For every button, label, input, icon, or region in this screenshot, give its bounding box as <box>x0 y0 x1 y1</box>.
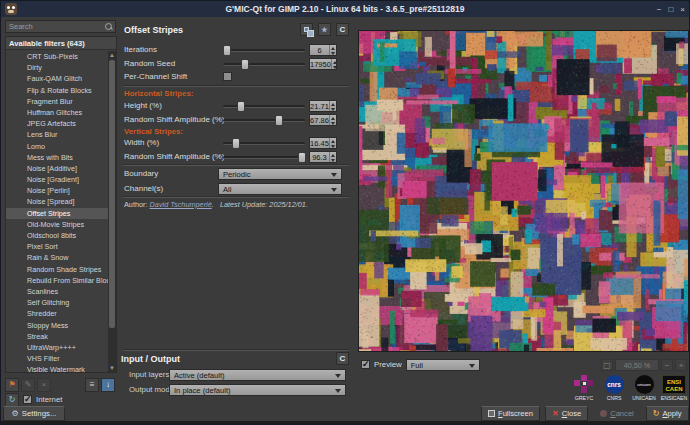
add-fave-button[interactable]: ⚑ <box>5 378 19 392</box>
h-random-shift-slider[interactable] <box>223 119 305 122</box>
apply-button[interactable]: ↻ Apply <box>646 406 689 421</box>
slider-handle[interactable] <box>275 115 283 126</box>
download-filters-button[interactable]: ↓ <box>101 378 115 392</box>
refresh-filters-button[interactable]: ↻ <box>5 393 19 407</box>
filter-list-item[interactable]: VHS Filter <box>6 353 108 364</box>
height-slider[interactable] <box>223 105 305 108</box>
filter-list-item[interactable]: Oldschool 8bits <box>6 230 108 241</box>
width-spinbox[interactable]: 16.45 <box>309 137 337 149</box>
filter-list-item[interactable]: Random Shade Stripes <box>6 264 108 275</box>
greyc-logo-icon <box>574 375 594 394</box>
channels-dropdown[interactable]: All <box>218 183 342 195</box>
filter-list-item[interactable]: Self Glitching <box>6 297 108 308</box>
filter-list-header[interactable]: Available filters (643) <box>6 37 116 50</box>
filter-list-item[interactable]: Streak <box>6 331 108 342</box>
filter-list-item[interactable]: Noise [Perlin] <box>6 185 108 196</box>
v-random-shift-slider[interactable] <box>223 156 305 159</box>
minimize-icon[interactable]: − <box>657 5 662 14</box>
input-layers-dropdown[interactable]: Active (default) <box>169 369 346 381</box>
close-button[interactable]: ✕ Close <box>545 406 588 421</box>
rename-fave-button[interactable]: ✎ <box>21 378 35 392</box>
favorite-icon: ★ <box>321 26 327 33</box>
slider-handle[interactable] <box>241 59 249 70</box>
reset-parameters-button[interactable]: C <box>336 23 349 36</box>
search-input[interactable]: Search <box>5 20 116 33</box>
filter-list-item[interactable]: Rain & Snow <box>6 252 108 263</box>
filter-list-item[interactable]: JPEG Artefacts <box>6 118 108 129</box>
zoom-level-field[interactable]: 40,50 % <box>615 359 659 371</box>
filter-list-item[interactable]: CRT Sub-Pixels <box>6 51 108 62</box>
filter-list-item[interactable]: Scanlines <box>6 286 108 297</box>
slider-handle[interactable] <box>237 101 245 112</box>
filter-list-item[interactable]: Offset Stripes <box>6 208 108 219</box>
filter-list-item[interactable]: Shredder <box>6 308 108 319</box>
preview-pane[interactable] <box>358 30 689 352</box>
filter-list-item[interactable]: Huffman Glitches <box>6 107 108 118</box>
spin-arrows-icon[interactable] <box>329 101 336 111</box>
internet-label: Internet <box>36 395 62 404</box>
preview-checkbox[interactable] <box>361 360 370 369</box>
filter-list-item[interactable]: Flip & Rotate Blocks <box>6 85 108 96</box>
titlebar[interactable]: G'MIC-Qt for GIMP 2.10 - Linux 64 bits -… <box>1 1 689 17</box>
per-channel-shift-checkbox[interactable] <box>223 72 232 81</box>
scrollbar-thumb[interactable] <box>109 60 115 328</box>
random-seed-slider[interactable] <box>223 63 305 66</box>
spin-arrows-icon[interactable] <box>329 45 336 55</box>
restore-icon[interactable]: □ <box>668 5 673 14</box>
expand-collapse-button[interactable]: ≡ <box>85 378 99 392</box>
unicaen-logo: unicaen UNICAEN <box>631 375 657 401</box>
spin-arrows-icon[interactable] <box>329 138 336 148</box>
filter-list-item[interactable]: Dirty <box>6 62 108 73</box>
v-random-shift-spinbox[interactable]: 96.3 <box>309 151 337 163</box>
remove-fave-button[interactable]: × <box>37 378 51 392</box>
filter-list-item[interactable]: Rebuild From Similar Block <box>6 275 108 286</box>
filter-list-item[interactable]: Fragment Blur <box>6 96 108 107</box>
spin-arrows-icon[interactable] <box>329 152 336 162</box>
author-link[interactable]: David Tschumperlé <box>150 200 212 209</box>
io-reset-button[interactable]: C <box>336 352 349 365</box>
close-icon[interactable]: × <box>680 5 685 14</box>
iterations-slider[interactable] <box>223 49 305 52</box>
zoom-fit-button[interactable]: ▢ <box>601 359 613 371</box>
filter-list-item[interactable]: Lomo <box>6 141 108 152</box>
internet-checkbox[interactable] <box>23 395 32 404</box>
filter-title: Offset Stripes <box>124 25 183 35</box>
slider-handle[interactable] <box>232 138 240 149</box>
zoom-in-button[interactable]: + <box>675 359 687 371</box>
fullscreen-button[interactable]: Fullscreen <box>481 406 540 421</box>
scroll-down-icon[interactable]: ▼ <box>108 364 116 372</box>
cancel-button[interactable]: Cancel <box>593 406 641 421</box>
input-layers-row: Input layers Active (default) <box>119 369 355 382</box>
preview-mode-dropdown[interactable]: Full <box>406 359 480 371</box>
scroll-up-icon[interactable]: ▲ <box>108 51 116 59</box>
filter-list-item[interactable]: Old-Movie Stripes <box>6 219 108 230</box>
filter-list-item[interactable]: Pixel Sort <box>6 241 108 252</box>
slider-handle[interactable] <box>298 152 306 163</box>
h-random-shift-spinbox[interactable]: 67.86 <box>309 114 337 126</box>
zoom-out-button[interactable]: − <box>661 359 673 371</box>
width-slider[interactable] <box>223 142 305 145</box>
io-panel-title: Input / Output <box>121 354 180 364</box>
filter-list-item[interactable]: Noise [Gradient] <box>6 174 108 185</box>
filter-list-item[interactable]: Lens Blur <box>6 129 108 140</box>
filter-list-item[interactable]: Noise [Additive] <box>6 163 108 174</box>
height-spinbox[interactable]: 21.71 <box>309 100 337 112</box>
filter-list-item[interactable]: UltraWarp++++ <box>6 342 108 353</box>
output-mode-dropdown[interactable]: In place (default) <box>169 384 346 396</box>
filter-list-item[interactable]: Visible Watermark <box>6 364 108 372</box>
favorite-button[interactable]: ★ <box>318 23 331 36</box>
filter-list-item[interactable]: Faux-QAM Glitch <box>6 73 108 84</box>
filter-list-scrollbar[interactable]: ▲ ▼ <box>108 51 116 372</box>
iterations-spinbox[interactable]: 6 <box>309 44 337 56</box>
spin-arrows-icon[interactable] <box>329 115 336 125</box>
preview-image[interactable] <box>359 31 688 351</box>
filter-list-item[interactable]: Sloppy Mess <box>6 320 108 331</box>
random-seed-spinbox[interactable]: 17950 <box>309 58 337 70</box>
filter-list-item[interactable]: Mess with Bits <box>6 152 108 163</box>
boundary-dropdown[interactable]: Periodic <box>218 168 342 180</box>
copy-parameters-button[interactable] <box>300 23 313 36</box>
filter-list-item[interactable]: Noise [Spread] <box>6 196 108 207</box>
settings-button[interactable]: ⚙ Settings... <box>3 406 65 421</box>
spin-arrows-icon[interactable] <box>331 59 336 69</box>
slider-handle[interactable] <box>223 45 231 56</box>
